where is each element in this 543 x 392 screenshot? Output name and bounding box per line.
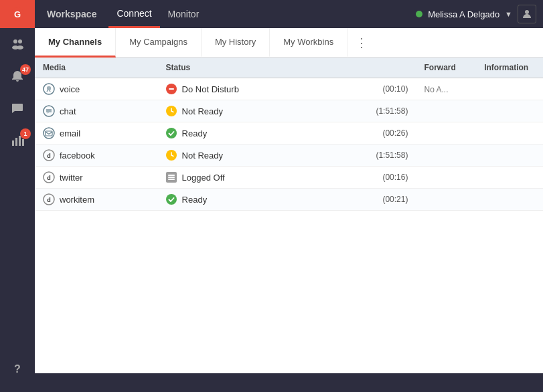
sidebar-item-notifications[interactable]: 47 [0,60,35,92]
svg-rect-17 [46,131,52,136]
svg-point-10 [525,10,529,14]
workitem-status-time: (00:21) [382,195,408,204]
voice-status-time: (00:10) [382,84,408,94]
info-cell-email [476,122,543,144]
twitter-status-time: (00:16) [382,173,408,182]
status-cell-twitter: Logged Off (00:16) [158,167,416,189]
twitter-media-icon: d [43,171,55,183]
forward-cell-workitem [416,189,476,211]
navbar-right: Melissa A Delgado ▼ [416,5,536,23]
header-forward: Forward [416,58,476,78]
sidebar: G 47 1 ? [0,0,35,392]
svg-text:d: d [47,175,51,181]
table-row: d twitter Logged Off (00:16) [35,167,543,189]
status-cell-facebook: Not Ready (1:51:58) [158,144,416,167]
chat-status-text: Not Ready [182,106,223,116]
tabs-more-menu[interactable]: ⋮ [350,35,373,50]
content-area: Media Status Forward Information voice D… [35,58,543,373]
sidebar-item-agents[interactable] [0,28,35,60]
email-status-text: Ready [182,128,208,138]
chat-media-icon [43,105,55,117]
status-cell-voice: Do Not Disturb (00:10) [158,78,416,100]
tab-my-channels[interactable]: My Channels [35,28,116,58]
svg-rect-9 [22,139,24,146]
workspace-label[interactable]: Workspace [42,9,102,19]
voice-media-icon [43,83,55,95]
header-media: Media [35,58,158,78]
header-status: Status [158,58,416,78]
main-content: Workspace Connect Monitor Melissa A Delg… [35,0,543,392]
forward-cell-email [416,122,476,144]
email-media-icon [43,127,55,139]
twitter-status-icon [166,172,177,183]
media-cell-twitter: d twitter [35,167,158,189]
user-avatar-icon[interactable] [518,5,536,23]
workitem-status-text: Ready [182,195,208,205]
twitter-media-name: twitter [60,173,83,183]
svg-text:d: d [47,197,51,203]
facebook-status-icon [166,150,177,161]
media-cell-voice: voice [35,78,158,100]
chat-media-name: chat [60,106,76,116]
chat-status-time: (1:51:58) [376,106,408,116]
navbar: Workspace Connect Monitor Melissa A Delg… [35,0,543,28]
facebook-status-text: Not Ready [182,151,223,161]
header-information: Information [476,58,543,78]
tab-my-workbins[interactable]: My Workbins [270,28,347,58]
svg-point-18 [166,128,177,138]
svg-point-3 [18,39,22,43]
media-cell-chat: chat [35,100,158,122]
workitem-status-icon [166,194,177,205]
media-cell-facebook: d facebook [35,144,158,167]
tab-my-campaigns[interactable]: My Campaigns [116,28,202,58]
svg-point-5 [17,45,23,50]
email-status-icon [166,128,177,139]
table-row: d workitem Ready (00:21) [35,189,543,211]
svg-rect-13 [169,88,174,90]
media-cell-workitem: d workitem [35,189,158,211]
user-name: Melissa A Delgado [428,9,499,19]
info-cell-voice [476,78,543,100]
sidebar-item-stats[interactable]: 1 [0,124,35,157]
chat-status-icon [166,106,177,117]
app-logo[interactable]: G [0,0,35,28]
forward-cell-facebook [416,144,476,167]
user-status-dot [416,11,422,17]
voice-status-icon [166,84,177,95]
info-cell-chat [476,100,543,122]
forward-cell-voice: No A... [416,78,476,100]
table-row: d facebook Not Ready (1:51:58) [35,144,543,167]
svg-rect-8 [19,136,21,146]
facebook-status-time: (1:51:58) [376,151,408,160]
svg-rect-26 [168,175,175,176]
notifications-badge: 47 [20,64,31,75]
svg-rect-7 [15,138,17,146]
svg-rect-27 [168,179,175,180]
nav-tab-monitor[interactable]: Monitor [160,0,208,28]
forward-cell-twitter [416,167,476,189]
info-cell-facebook [476,144,543,167]
facebook-media-name: facebook [60,151,95,161]
status-cell-email: Ready (00:26) [158,122,416,144]
table-row: voice Do Not Disturb (00:10) No A... [35,78,543,100]
stats-badge: 1 [20,128,31,139]
tab-my-history[interactable]: My History [202,28,270,58]
table-row: email Ready (00:26) [35,122,543,144]
facebook-media-icon: d [43,149,55,161]
svg-text:G: G [14,9,21,19]
svg-rect-6 [12,140,14,146]
svg-rect-25 [168,177,175,178]
svg-point-30 [166,194,177,205]
forward-cell-chat [416,100,476,122]
media-cell-email: email [35,122,158,144]
sidebar-item-help[interactable]: ? [0,353,35,385]
tabs-row: My Channels My Campaigns My History My W… [35,28,543,58]
bottom-bar [35,373,543,392]
info-cell-twitter [476,167,543,189]
nav-tab-connect[interactable]: Connect [108,0,159,28]
user-dropdown-arrow[interactable]: ▼ [505,10,512,18]
sidebar-item-chat[interactable] [0,92,35,124]
voice-status-text: Do Not Disturb [182,84,239,94]
email-media-name: email [60,128,80,138]
svg-point-2 [13,39,17,43]
